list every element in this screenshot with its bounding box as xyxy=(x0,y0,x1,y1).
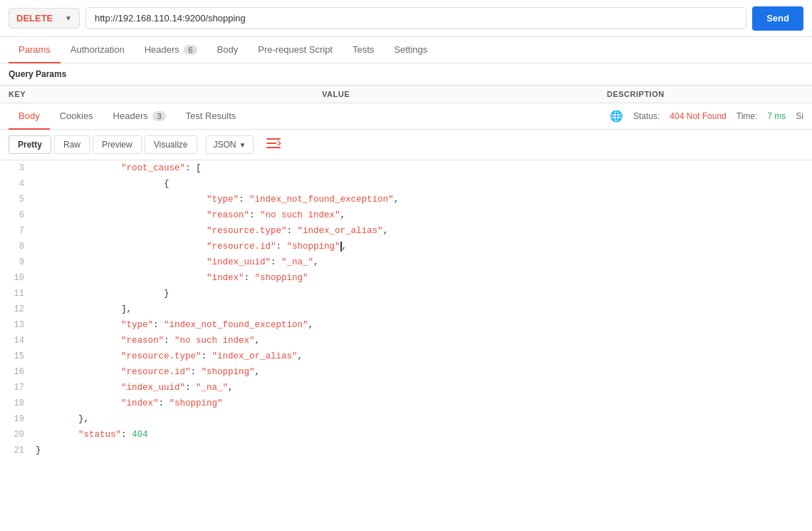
code-content: "reason": "no such index", xyxy=(36,333,812,349)
method-label: DELETE xyxy=(16,13,53,24)
code-content: "index_uuid": "_na_", xyxy=(36,380,812,396)
svg-rect-0 xyxy=(266,138,281,140)
resp-status-area: 🌐 Status: 404 Not Found Time: 7 ms Si xyxy=(610,110,803,123)
url-input[interactable] xyxy=(85,7,746,29)
line-number: 9 xyxy=(0,254,36,270)
code-line: 3 "root_cause": [ xyxy=(0,160,812,176)
method-chevron-icon: ▼ xyxy=(65,14,72,22)
code-line: 13 "type": "index_not_found_exception", xyxy=(0,317,812,333)
code-content: "resource.type": "index_or_alias", xyxy=(36,349,812,364)
line-number: 14 xyxy=(0,333,36,349)
send-button[interactable]: Send xyxy=(752,6,803,31)
format-bar: Pretty Raw Preview Visualize JSON ▼ xyxy=(0,130,812,160)
url-bar: DELETE ▼ Send xyxy=(0,0,812,37)
code-line: 4 { xyxy=(0,176,812,192)
code-content: "index_uuid": "_na_", xyxy=(36,254,812,270)
line-number: 15 xyxy=(0,349,36,364)
tab-authorization[interactable]: Authorization xyxy=(61,37,135,63)
code-area[interactable]: 3 "root_cause": [4 {5 "type": "index_not… xyxy=(0,160,812,467)
code-content: "type": "index_not_found_exception", xyxy=(36,317,812,333)
code-content: "resource.id": "shopping", xyxy=(36,239,812,254)
code-content: }, xyxy=(36,411,812,427)
line-number: 12 xyxy=(0,301,36,317)
resp-tab-testresults[interactable]: Test Results xyxy=(176,103,246,130)
code-line: 19 }, xyxy=(0,411,812,427)
col-key-header: KEY xyxy=(9,90,322,98)
code-line: 21} xyxy=(0,443,812,458)
code-content: "status": 404 xyxy=(36,427,812,443)
tab-settings[interactable]: Settings xyxy=(384,37,437,63)
resp-tab-body[interactable]: Body xyxy=(9,103,50,130)
raw-button[interactable]: Raw xyxy=(54,135,90,154)
line-number: 6 xyxy=(0,207,36,223)
resp-tab-cookies[interactable]: Cookies xyxy=(50,103,103,130)
code-line: 10 "index": "shopping" xyxy=(0,270,812,286)
pretty-button[interactable]: Pretty xyxy=(9,135,51,154)
resp-headers-badge: 3 xyxy=(152,111,165,121)
code-line: 18 "index": "shopping" xyxy=(0,396,812,411)
tab-body[interactable]: Body xyxy=(207,37,249,63)
line-number: 10 xyxy=(0,270,36,286)
code-line: 16 "resource.id": "shopping", xyxy=(0,364,812,380)
code-line: 9 "index_uuid": "_na_", xyxy=(0,254,812,270)
code-content: } xyxy=(36,443,812,458)
globe-icon: 🌐 xyxy=(610,110,623,123)
line-number: 11 xyxy=(0,286,36,301)
code-content: ], xyxy=(36,301,812,317)
format-chevron-icon: ▼ xyxy=(239,141,246,149)
status-label: Status: xyxy=(633,111,660,121)
code-line: 12 ], xyxy=(0,301,812,317)
code-content: "type": "index_not_found_exception", xyxy=(36,192,812,207)
svg-rect-1 xyxy=(266,143,276,144)
code-content: "reason": "no such index", xyxy=(36,207,812,223)
time-label: Time: xyxy=(736,111,758,121)
code-content: "root_cause": [ xyxy=(36,160,812,176)
line-number: 17 xyxy=(0,380,36,396)
code-content: } xyxy=(36,286,812,301)
col-value-header: VALUE xyxy=(322,90,607,98)
response-tabs: Body Cookies Headers 3 Test Results 🌐 St… xyxy=(0,103,812,130)
tab-tests[interactable]: Tests xyxy=(343,37,384,63)
code-line: 17 "index_uuid": "_na_", xyxy=(0,380,812,396)
headers-badge: 6 xyxy=(184,45,197,55)
code-line: 15 "resource.type": "index_or_alias", xyxy=(0,349,812,364)
line-number: 20 xyxy=(0,427,36,443)
wrap-button[interactable] xyxy=(262,136,285,154)
col-desc-header: DESCRIPTION xyxy=(607,90,803,98)
code-content: "index": "shopping" xyxy=(36,270,812,286)
line-number: 13 xyxy=(0,317,36,333)
format-label: JSON xyxy=(214,140,236,150)
line-number: 4 xyxy=(0,176,36,192)
tab-prerequest[interactable]: Pre-request Script xyxy=(248,37,343,63)
code-line: 11 } xyxy=(0,286,812,301)
request-tabs: Params Authorization Headers 6 Body Pre-… xyxy=(0,37,812,63)
svg-rect-2 xyxy=(266,147,281,148)
line-number: 5 xyxy=(0,192,36,207)
line-number: 18 xyxy=(0,396,36,411)
tab-params[interactable]: Params xyxy=(9,37,61,63)
size-label: Si xyxy=(796,111,803,121)
line-number: 19 xyxy=(0,411,36,427)
code-content: "index": "shopping" xyxy=(36,396,812,411)
code-line: 6 "reason": "no such index", xyxy=(0,207,812,223)
query-params-label: Query Params xyxy=(0,63,812,86)
format-select[interactable]: JSON ▼ xyxy=(206,135,254,154)
line-number: 3 xyxy=(0,160,36,176)
preview-button[interactable]: Preview xyxy=(93,135,142,154)
method-select[interactable]: DELETE ▼ xyxy=(9,8,80,29)
line-number: 16 xyxy=(0,364,36,380)
line-number: 8 xyxy=(0,239,36,254)
code-content: "resource.id": "shopping", xyxy=(36,364,812,380)
code-line: 5 "type": "index_not_found_exception", xyxy=(0,192,812,207)
code-line: 20 "status": 404 xyxy=(0,427,812,443)
code-line: 7 "resource.type": "index_or_alias", xyxy=(0,223,812,239)
status-value: 404 Not Found xyxy=(670,111,726,121)
code-content: { xyxy=(36,176,812,192)
tab-headers[interactable]: Headers 6 xyxy=(135,37,207,63)
code-content: "resource.type": "index_or_alias", xyxy=(36,223,812,239)
resp-tab-headers[interactable]: Headers 3 xyxy=(103,103,176,130)
code-line: 14 "reason": "no such index", xyxy=(0,333,812,349)
time-value: 7 ms xyxy=(767,111,786,121)
line-number: 7 xyxy=(0,223,36,239)
visualize-button[interactable]: Visualize xyxy=(145,135,197,154)
